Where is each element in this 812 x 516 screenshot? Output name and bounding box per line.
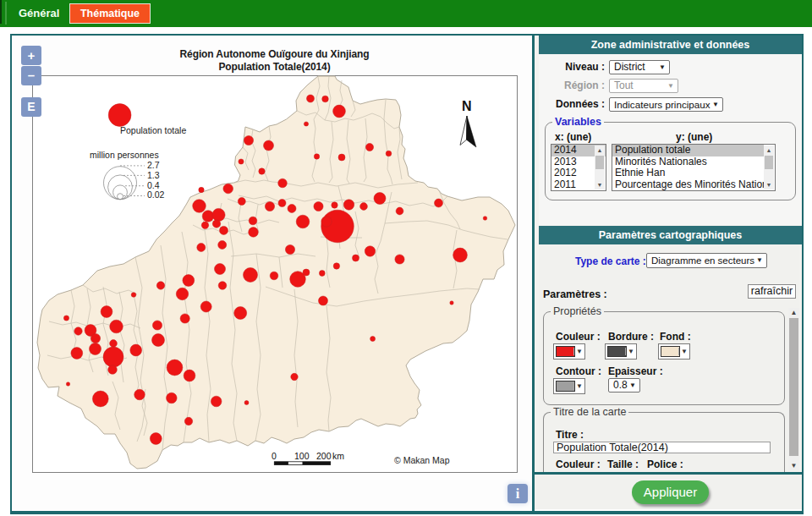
svg-text:million personnes: million personnes	[90, 150, 159, 160]
svg-text:2.7: 2.7	[147, 160, 160, 170]
svg-text:1.3: 1.3	[147, 170, 160, 180]
svg-text:0.02: 0.02	[147, 189, 165, 200]
svg-text:200: 200	[316, 451, 332, 461]
svg-text:Population totale: Population totale	[120, 125, 186, 135]
svg-text:100: 100	[294, 451, 310, 461]
svg-text:N: N	[462, 99, 472, 113]
svg-text:km: km	[332, 451, 344, 461]
svg-text:0: 0	[272, 451, 277, 461]
svg-text:© Makan Map: © Makan Map	[394, 455, 450, 465]
